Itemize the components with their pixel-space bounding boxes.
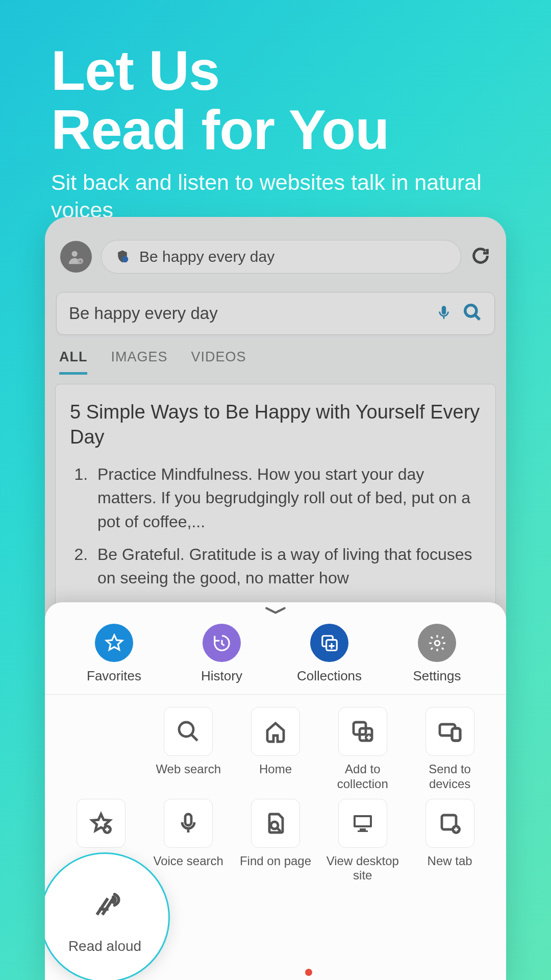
svg-rect-4 <box>442 306 446 314</box>
indicator-dot <box>305 969 312 976</box>
tile-new-tab[interactable]: New tab <box>409 799 491 884</box>
svg-rect-24 <box>360 828 366 830</box>
menu-label: Favorites <box>87 668 141 684</box>
tile-label: Web search <box>156 762 221 791</box>
sheet-handle[interactable] <box>260 605 291 616</box>
tab-all[interactable]: ALL <box>59 349 87 375</box>
svg-rect-23 <box>356 817 370 825</box>
desktop-icon <box>338 799 387 848</box>
site-lock-icon <box>115 249 130 264</box>
svg-point-5 <box>465 305 477 316</box>
collections-icon <box>310 624 348 662</box>
search-tabs: ALL IMAGES VIDEOS <box>45 335 506 375</box>
search-icon <box>164 707 213 756</box>
result-card[interactable]: 5 Simple Ways to Be Happy with Yourself … <box>55 384 496 615</box>
devices-icon <box>425 707 474 756</box>
list-item: Be Grateful. Gratitude is a way of livin… <box>92 543 481 590</box>
list-item: Practice Mindfulness. How you start your… <box>92 462 481 533</box>
tab-videos[interactable]: VIDEOS <box>191 349 246 375</box>
article-list: Practice Mindfulness. How you start your… <box>70 462 481 590</box>
tile-send-devices[interactable]: Send to devices <box>409 707 491 792</box>
menu-sheet: Favorites History Collections Settings <box>45 602 506 980</box>
hero-subtitle: Sit back and listen to websites talk in … <box>51 169 500 224</box>
sheet-top-row: Favorites History Collections Settings <box>45 616 506 695</box>
mic-icon[interactable] <box>435 304 453 323</box>
address-text: Be happy every day <box>139 248 274 265</box>
tab-images[interactable]: IMAGES <box>111 349 167 375</box>
read-aloud-icon <box>78 881 132 932</box>
menu-favorites[interactable]: Favorites <box>71 624 158 684</box>
search-icon[interactable] <box>463 303 482 324</box>
browser-topbar: + Be happy every day <box>45 217 506 284</box>
tile-add-collection[interactable]: Add to collection <box>321 707 404 792</box>
tile-label: Send to devices <box>409 762 491 792</box>
tile-label: Voice search <box>153 854 223 883</box>
history-icon <box>203 624 241 662</box>
tile-label: View desktop site <box>321 854 404 884</box>
gear-icon <box>418 624 456 662</box>
svg-rect-19 <box>185 814 191 825</box>
menu-label: Collections <box>297 668 362 684</box>
reload-button[interactable] <box>470 246 491 268</box>
svg-rect-25 <box>358 830 368 832</box>
svg-line-11 <box>191 734 197 741</box>
tile-find-page[interactable]: Find on page <box>235 799 317 884</box>
menu-label: History <box>201 668 242 684</box>
tile-view-desktop[interactable]: View desktop site <box>321 799 404 884</box>
menu-history[interactable]: History <box>179 624 265 684</box>
find-icon <box>251 799 300 848</box>
svg-point-20 <box>271 822 278 829</box>
hero: Let Us Read for You Sit back and listen … <box>0 0 551 244</box>
menu-collections[interactable]: Collections <box>286 624 373 684</box>
star-add-icon <box>77 799 126 848</box>
tile-home[interactable]: Home <box>235 707 317 792</box>
tile-label: Find on page <box>240 854 311 883</box>
tile-label: Home <box>259 762 292 791</box>
tile-label: Add to collection <box>321 762 404 792</box>
menu-settings[interactable]: Settings <box>394 624 481 684</box>
svg-point-0 <box>72 251 78 257</box>
search-box[interactable] <box>56 292 495 335</box>
tile-voice-search[interactable]: Voice search <box>147 799 230 884</box>
svg-line-6 <box>475 315 480 320</box>
home-icon <box>251 707 300 756</box>
profile-avatar[interactable]: + <box>60 241 92 273</box>
hero-title: Let Us Read for You <box>51 41 500 159</box>
search-input[interactable] <box>69 304 425 323</box>
menu-label: Settings <box>413 668 461 684</box>
phone-frame: + Be happy every day ALL IMAGES VIDEOS 5… <box>45 217 506 980</box>
svg-line-21 <box>278 828 281 831</box>
tile-label: New tab <box>428 854 472 883</box>
svg-text:+: + <box>79 258 82 264</box>
svg-point-9 <box>435 641 440 646</box>
new-tab-icon <box>425 799 474 848</box>
add-collection-icon <box>338 707 387 756</box>
tile-web-search[interactable]: Web search <box>147 707 230 792</box>
svg-point-10 <box>179 722 193 737</box>
svg-point-3 <box>122 256 129 263</box>
read-aloud-label: Read aloud <box>68 938 141 954</box>
address-bar[interactable]: Be happy every day <box>101 240 461 274</box>
mic-icon <box>164 799 213 848</box>
article-title: 5 Simple Ways to Be Happy with Yourself … <box>70 400 481 450</box>
read-aloud-highlight[interactable]: Read aloud <box>45 852 170 980</box>
star-icon <box>95 624 133 662</box>
